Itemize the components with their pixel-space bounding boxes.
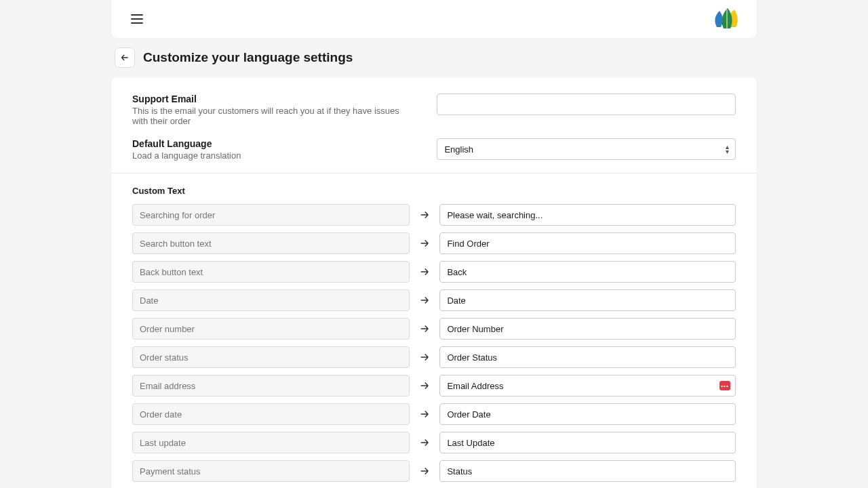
arrow-right-icon <box>418 351 431 363</box>
back-button[interactable] <box>115 47 135 68</box>
divider <box>112 173 756 174</box>
custom-text-row <box>132 289 736 311</box>
custom-text-placeholder-input[interactable] <box>132 232 410 254</box>
custom-text-value-input[interactable] <box>439 232 736 254</box>
arrow-right-icon <box>418 408 431 420</box>
password-manager-icon[interactable]: ••• <box>719 381 730 390</box>
arrow-right-icon <box>418 266 431 278</box>
custom-text-placeholder-input[interactable] <box>132 403 410 425</box>
page-header: Customize your language settings <box>112 47 756 68</box>
custom-text-value-input[interactable] <box>439 432 736 453</box>
page-title: Customize your language settings <box>143 50 353 65</box>
custom-text-placeholder-input[interactable] <box>132 318 410 340</box>
arrow-left-icon <box>119 52 130 63</box>
settings-card: Support Email This is the email your cus… <box>112 77 756 488</box>
default-language-description: Load a language translation <box>132 150 410 161</box>
custom-text-placeholder-input[interactable] <box>132 346 410 368</box>
custom-text-placeholder-input[interactable] <box>132 432 410 453</box>
support-email-row: Support Email This is the email your cus… <box>132 94 736 126</box>
custom-text-row <box>132 318 736 340</box>
support-email-label: Support Email <box>132 94 410 104</box>
top-bar <box>112 0 756 38</box>
custom-text-value-input[interactable] <box>439 403 736 425</box>
custom-text-heading: Custom Text <box>132 186 736 196</box>
arrow-right-icon <box>418 209 431 221</box>
custom-text-row <box>132 204 736 226</box>
custom-text-row <box>132 232 736 254</box>
custom-text-placeholder-input[interactable] <box>132 289 410 311</box>
custom-text-value-input[interactable] <box>439 289 736 311</box>
custom-text-value-input[interactable] <box>439 460 736 482</box>
arrow-right-icon <box>418 465 431 477</box>
default-language-row: Default Language Load a language transla… <box>132 138 736 161</box>
arrow-right-icon <box>418 323 431 335</box>
default-language-select[interactable]: English <box>437 138 736 160</box>
app-logo <box>711 8 740 30</box>
custom-text-row <box>132 346 736 368</box>
custom-text-row <box>132 460 736 482</box>
arrow-right-icon <box>418 237 431 249</box>
custom-text-value-input[interactable] <box>439 204 736 226</box>
custom-text-row <box>132 432 736 453</box>
custom-text-row <box>132 403 736 425</box>
custom-text-row: ••• <box>132 375 736 396</box>
custom-text-placeholder-input[interactable] <box>132 261 410 283</box>
custom-text-value-input[interactable] <box>439 318 736 340</box>
custom-text-value-input[interactable] <box>439 346 736 368</box>
custom-text-value-input[interactable] <box>439 375 736 396</box>
custom-text-placeholder-input[interactable] <box>132 204 410 226</box>
support-email-description: This is the email your customers will re… <box>132 106 410 126</box>
arrow-right-icon <box>418 294 431 306</box>
custom-text-placeholder-input[interactable] <box>132 375 410 396</box>
custom-text-row <box>132 261 736 283</box>
support-email-input[interactable] <box>437 94 736 115</box>
custom-text-value-input[interactable] <box>439 261 736 283</box>
arrow-right-icon <box>418 436 431 449</box>
arrow-right-icon <box>418 380 431 392</box>
default-language-label: Default Language <box>132 138 410 149</box>
custom-text-placeholder-input[interactable] <box>132 460 410 482</box>
menu-toggle-button[interactable] <box>128 12 146 26</box>
